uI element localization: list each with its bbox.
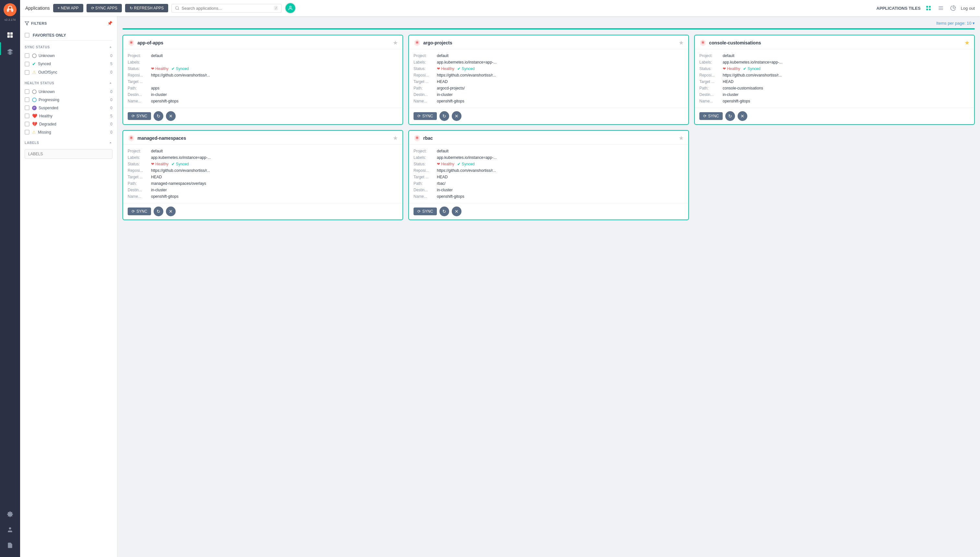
favorite-star-app-of-apps[interactable]: ★	[393, 39, 398, 46]
sync-apps-button[interactable]: ⟳ SYNC APPS	[86, 4, 122, 12]
svg-point-4	[9, 7, 10, 8]
sidebar-item-user[interactable]	[3, 523, 17, 537]
favorite-star-console-customisations[interactable]: ★	[964, 39, 970, 46]
status-value-managed-namespaces: ❤ Healthy ✔ Synced	[151, 162, 398, 166]
field-labels-app-of-apps: Labels:	[128, 59, 398, 65]
app-logo[interactable]	[3, 3, 16, 16]
sidebar-item-apps[interactable]	[3, 28, 17, 42]
favorites-checkbox[interactable]	[24, 33, 29, 37]
sync-button-argo-projects[interactable]: ⟳ SYNC	[413, 112, 437, 120]
grid-view-button[interactable]	[924, 3, 933, 13]
sync-status-value-argo-projects: ✔ Synced	[457, 67, 475, 71]
filter-icon	[24, 21, 29, 26]
delete-button-rbac[interactable]: ✕	[452, 207, 462, 216]
health-filter-healthy[interactable]: ❤️ Healthy 5	[24, 112, 112, 120]
sync-filter-outofsync[interactable]: ⚠ OutOfSync 0	[24, 68, 112, 77]
health-filter-progressing[interactable]: Progressing 0	[24, 96, 112, 104]
pin-icon[interactable]: 📌	[107, 21, 112, 26]
logout-button[interactable]: Log out	[961, 6, 975, 11]
sync-button-managed-namespaces[interactable]: ⟳ SYNC	[128, 207, 151, 215]
sync-filter-unknown[interactable]: Unknown 0	[24, 52, 112, 60]
health-checkbox-healthy[interactable]	[24, 114, 29, 118]
field-namespace-app-of-apps: Name... openshift-gitops	[128, 98, 398, 104]
refresh-button-argo-projects[interactable]: ↻	[439, 111, 449, 121]
app-name-app-of-apps[interactable]: app-of-apps	[137, 40, 163, 46]
namespace-value-rbac: openshift-gitops	[437, 194, 684, 199]
sync-filter-synced[interactable]: ✔ Synced 5	[24, 60, 112, 68]
delete-button-argo-projects[interactable]: ✕	[452, 111, 462, 121]
labels-input[interactable]	[24, 149, 112, 159]
sync-checkbox-synced[interactable]	[24, 62, 29, 67]
app-card-body-app-of-apps: Project: default Labels: Status: ❤ Healt…	[123, 49, 403, 107]
health-filter-degraded[interactable]: 💔 Degraded 0	[24, 120, 112, 128]
refresh-button-console-customisations[interactable]: ↻	[725, 111, 735, 121]
refresh-button-app-of-apps[interactable]: ↻	[154, 111, 163, 121]
chart-view-button[interactable]	[949, 3, 958, 13]
list-view-button[interactable]	[936, 3, 945, 13]
labels-value-argo-projects: app.kubernetes.io/instance=app-...	[437, 60, 684, 65]
favorite-star-managed-namespaces[interactable]: ★	[393, 135, 398, 142]
field-labels-managed-namespaces: Labels: app.kubernetes.io/instance=app-.…	[128, 154, 398, 161]
health-checkbox-degraded[interactable]	[24, 122, 29, 127]
svg-point-3	[11, 8, 13, 12]
field-labels-argo-projects: Labels: app.kubernetes.io/instance=app-.…	[413, 59, 684, 65]
favorites-label: FAVORITES ONLY	[33, 33, 66, 37]
refresh-apps-button[interactable]: ↻ REFRESH APPS	[125, 4, 168, 12]
destination-value-rbac: in-cluster	[437, 188, 684, 192]
health-checkbox-progressing[interactable]	[24, 97, 29, 102]
field-status-argo-projects: Status: ❤ Healthy ✔ Synced	[413, 65, 684, 72]
app-name-console-customisations[interactable]: console-customisations	[709, 40, 761, 46]
health-checkbox-suspended[interactable]	[24, 105, 29, 110]
sync-checkbox-unknown[interactable]	[24, 53, 29, 58]
sync-button-console-customisations[interactable]: ⟳ SYNC	[699, 112, 723, 120]
health-filter-missing[interactable]: ⚠ Missing 0	[24, 128, 112, 136]
refresh-button-rbac[interactable]: ↻	[439, 207, 449, 216]
health-checkbox-missing[interactable]	[24, 130, 29, 135]
refresh-button-managed-namespaces[interactable]: ↻	[154, 207, 163, 216]
favorite-star-rbac[interactable]: ★	[679, 135, 684, 142]
sidebar-item-settings[interactable]	[3, 507, 17, 521]
field-repo-console-customisations: Reposi... https://github.com/evanshortis…	[699, 72, 970, 78]
health-label-healthy: ❤️ Healthy	[32, 114, 107, 118]
topbar-right: APPLICATIONS TILES Lo	[876, 3, 975, 13]
svg-line-14	[178, 9, 179, 10]
sync-icon-rbac: ⟳	[418, 209, 421, 214]
user-avatar[interactable]	[285, 3, 296, 14]
health-filter-unknown[interactable]: Unknown 0	[24, 88, 112, 96]
field-project-argo-projects: Project: default	[413, 52, 684, 59]
search-input[interactable]	[182, 6, 272, 11]
items-per-page[interactable]: Items per page: 10 ▾	[936, 21, 975, 26]
filters-panel: FILTERS 📌 FAVORITES ONLY SYNC STATUS Unk…	[20, 16, 117, 557]
argo-icon-console-customisations	[699, 39, 707, 46]
delete-button-console-customisations[interactable]: ✕	[738, 111, 747, 121]
app-card-footer-managed-namespaces: ⟳ SYNC ↻ ✕	[123, 203, 403, 220]
sync-button-rbac[interactable]: ⟳ SYNC	[413, 207, 437, 215]
svg-point-35	[131, 137, 132, 138]
favorite-star-argo-projects[interactable]: ★	[679, 39, 684, 46]
field-labels-rbac: Labels: app.kubernetes.io/instance=app-.…	[413, 154, 684, 161]
app-name-managed-namespaces[interactable]: managed-namespaces	[137, 135, 186, 141]
field-repo-managed-namespaces: Reposi... https://github.com/evanshortis…	[128, 167, 398, 174]
sync-checkbox-outofsync[interactable]	[24, 70, 29, 75]
health-filter-suspended[interactable]: P Suspended 0	[24, 104, 112, 112]
labels-label: Labels:	[699, 60, 723, 65]
health-count-healthy: 5	[110, 114, 112, 118]
health-count-suspended: 0	[110, 106, 112, 110]
sidebar-item-docs[interactable]	[3, 538, 17, 552]
sync-button-app-of-apps[interactable]: ⟳ SYNC	[128, 112, 151, 120]
new-app-button[interactable]: + NEW APP	[53, 4, 83, 12]
app-name-rbac[interactable]: rbac	[423, 135, 433, 141]
argo-icon-managed-namespaces	[128, 135, 135, 142]
sidebar-item-layers[interactable]	[3, 45, 17, 59]
app-name-argo-projects[interactable]: argo-projects	[423, 40, 452, 46]
svg-rect-8	[7, 35, 10, 37]
labels-value-managed-namespaces: app.kubernetes.io/instance=app-...	[151, 155, 398, 160]
repo-value-rbac: https://github.com/evanshortiss/r...	[437, 168, 684, 173]
health-status-list: Unknown 0 Progressing 0 P Suspended 0 ❤️…	[24, 88, 112, 136]
namespace-value-app-of-apps: openshift-gitops	[151, 99, 398, 103]
delete-button-managed-namespaces[interactable]: ✕	[166, 207, 176, 216]
target-label: Target ...	[128, 175, 151, 179]
sync-status-list: Unknown 0 ✔ Synced 5 ⚠ OutOfSync 0	[24, 52, 112, 77]
health-checkbox-unknown[interactable]	[24, 89, 29, 94]
delete-button-app-of-apps[interactable]: ✕	[166, 111, 176, 121]
